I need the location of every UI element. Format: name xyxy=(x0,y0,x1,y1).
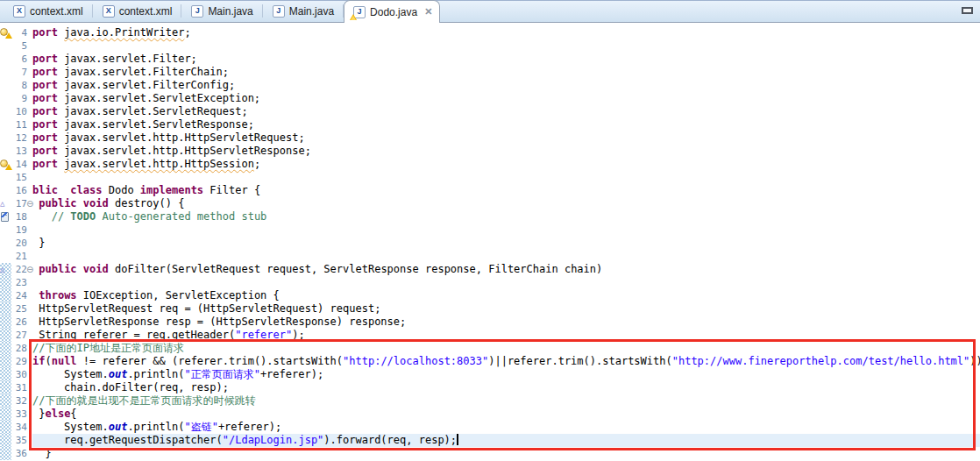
annotation-ruler-cell[interactable] xyxy=(0,447,11,460)
annotation-ruler-cell[interactable]: △ xyxy=(0,197,11,210)
annotation-ruler-cell[interactable] xyxy=(0,289,11,302)
code-text[interactable]: port javax.servlet.FilterChain; xyxy=(32,66,980,79)
code-text[interactable]: port javax.servlet.ServletResponse; xyxy=(32,118,980,131)
code-text[interactable]: req.getRequestDispatcher("/LdapLogin.jsp… xyxy=(32,434,980,447)
fold-column xyxy=(27,302,32,316)
close-tab-icon[interactable]: ✕ xyxy=(424,6,432,18)
annotation-ruler-cell[interactable] xyxy=(0,184,11,197)
annotation-ruler-cell[interactable] xyxy=(0,118,11,131)
code-text[interactable]: public void doFilter(ServletRequest requ… xyxy=(32,263,980,276)
code-editor[interactable]: 4port java.io.PrintWriter;56port javax.s… xyxy=(0,23,980,461)
code-segment: public xyxy=(39,197,76,209)
code-text[interactable]: // TODO Auto-generated method stub xyxy=(32,210,980,223)
lightbulb-warning-icon[interactable] xyxy=(0,28,8,36)
annotation-ruler-cell[interactable] xyxy=(0,394,11,408)
annotation-ruler-cell[interactable] xyxy=(0,158,11,171)
code-text[interactable]: port java.io.PrintWriter; xyxy=(32,26,980,39)
code-segment: ; xyxy=(184,26,190,39)
annotation-ruler-cell[interactable] xyxy=(0,223,11,237)
annotation-ruler-cell[interactable] xyxy=(0,342,11,355)
code-text[interactable]: if(null != referer && (referer.trim().st… xyxy=(32,355,980,368)
annotation-ruler-cell[interactable] xyxy=(0,105,11,118)
annotation-ruler-cell[interactable] xyxy=(0,408,11,421)
annotation-ruler-cell[interactable] xyxy=(0,276,11,289)
fold-column xyxy=(27,131,32,145)
annotation-ruler-cell[interactable] xyxy=(0,237,11,250)
code-text[interactable] xyxy=(32,223,980,237)
tab-Dodo-java-4[interactable]: JDodo.java✕ xyxy=(344,0,440,23)
annotation-ruler-cell[interactable] xyxy=(0,171,11,184)
code-segment: != referer && (referer.trim().startsWith… xyxy=(77,355,343,367)
fold-column xyxy=(27,316,32,329)
code-segment: javax.servlet.Filter; xyxy=(64,53,197,65)
annotation-ruler-cell[interactable] xyxy=(0,26,11,39)
code-text[interactable]: throws IOException, ServletException { xyxy=(32,289,980,302)
line-number: 23 xyxy=(11,276,27,289)
code-text[interactable]: port javax.servlet.FilterConfig; xyxy=(32,79,980,92)
annotation-ruler-cell[interactable] xyxy=(0,39,11,53)
annotation-ruler-cell[interactable] xyxy=(0,210,11,223)
code-text[interactable]: port javax.servlet.Filter; xyxy=(32,53,980,66)
code-text[interactable] xyxy=(32,171,980,184)
line-number: 29 xyxy=(11,355,27,368)
fold-column xyxy=(27,66,32,79)
annotation-ruler-cell[interactable] xyxy=(0,368,11,381)
code-text[interactable]: public void destroy() { xyxy=(32,197,980,210)
fold-column xyxy=(27,237,32,250)
code-text[interactable]: }else{ xyxy=(32,408,980,421)
code-text[interactable]: //下面的就是出现不是正常页面请求的时候跳转 xyxy=(32,394,980,408)
tab-context-xml-1[interactable]: Xcontext.xml xyxy=(93,0,182,22)
code-line-24: 24 throws IOException, ServletException … xyxy=(0,289,980,302)
annotation-ruler-cell[interactable] xyxy=(0,302,11,316)
code-text[interactable]: } xyxy=(32,447,980,460)
code-text[interactable]: port javax.servlet.http.HttpServletReque… xyxy=(32,131,980,145)
code-text[interactable]: String referer = req.getHeader("referer"… xyxy=(32,329,980,342)
code-line-13: 13port javax.servlet.http.HttpServletRes… xyxy=(0,145,980,158)
code-text[interactable]: port javax.servlet.http.HttpSession; xyxy=(32,158,980,171)
annotation-ruler-cell[interactable] xyxy=(0,316,11,329)
annotation-ruler-cell[interactable] xyxy=(0,421,11,434)
annotation-ruler-cell[interactable] xyxy=(0,131,11,145)
annotation-ruler-cell[interactable] xyxy=(0,434,11,447)
code-text[interactable]: port javax.servlet.ServletRequest; xyxy=(32,105,980,118)
code-segment: void xyxy=(83,263,109,275)
code-text[interactable]: port javax.servlet.http.HttpServletRespo… xyxy=(32,145,980,158)
code-text[interactable]: chain.doFilter(req, resp); xyxy=(32,381,980,394)
annotation-ruler-cell[interactable] xyxy=(0,381,11,394)
code-line-10: 10port javax.servlet.ServletRequest; xyxy=(0,105,980,118)
code-segment: IOException, ServletException { xyxy=(77,289,280,301)
tab-Main-java-3[interactable]: JMain.java xyxy=(263,0,344,22)
code-text[interactable] xyxy=(32,250,980,263)
annotation-ruler-cell[interactable] xyxy=(0,79,11,92)
code-line-27: 27 String referer = req.getHeader("refer… xyxy=(0,329,980,342)
annotation-ruler-cell[interactable] xyxy=(0,53,11,66)
code-text[interactable]: } xyxy=(32,237,980,250)
line-number: 15 xyxy=(11,171,27,184)
code-text[interactable]: HttpServletResponse resp = (HttpServletR… xyxy=(32,316,980,329)
code-text[interactable] xyxy=(32,39,980,53)
annotation-ruler-cell[interactable] xyxy=(0,250,11,263)
minimize-icon[interactable] xyxy=(962,7,973,14)
code-text[interactable]: //下面的IP地址是正常页面请求 xyxy=(32,342,980,355)
code-segment: //下面的就是出现不是正常页面请求的时候跳转 xyxy=(32,394,255,407)
code-text[interactable] xyxy=(32,276,980,289)
annotation-ruler-cell[interactable] xyxy=(0,145,11,158)
annotation-ruler-cell[interactable] xyxy=(0,329,11,342)
fold-collapse-icon[interactable]: ⊖ xyxy=(26,263,33,276)
code-text[interactable]: port javax.servlet.ServletException; xyxy=(32,92,980,105)
tab-Main-java-2[interactable]: JMain.java xyxy=(181,0,262,22)
lightbulb-warning-icon[interactable] xyxy=(0,160,8,167)
fold-collapse-icon[interactable]: ⊖ xyxy=(26,197,33,210)
code-text[interactable]: System.out.println("正常页面请求"+referer); xyxy=(32,368,980,381)
code-text[interactable]: blic class Dodo implements Filter { xyxy=(32,184,980,197)
code-text[interactable]: HttpServletRequest req = (HttpServletReq… xyxy=(32,302,980,316)
fold-column xyxy=(27,342,32,355)
tab-context-xml-0[interactable]: Xcontext.xml xyxy=(4,0,93,22)
code-segment: destroy() { xyxy=(109,197,185,209)
annotation-ruler-cell[interactable] xyxy=(0,92,11,105)
annotation-ruler-cell[interactable] xyxy=(0,66,11,79)
annotation-ruler-cell[interactable] xyxy=(0,355,11,368)
code-text[interactable]: System.out.println("盗链"+referer); xyxy=(32,421,980,434)
annotation-ruler-cell[interactable]: △ xyxy=(0,263,11,276)
fold-column xyxy=(27,394,32,408)
